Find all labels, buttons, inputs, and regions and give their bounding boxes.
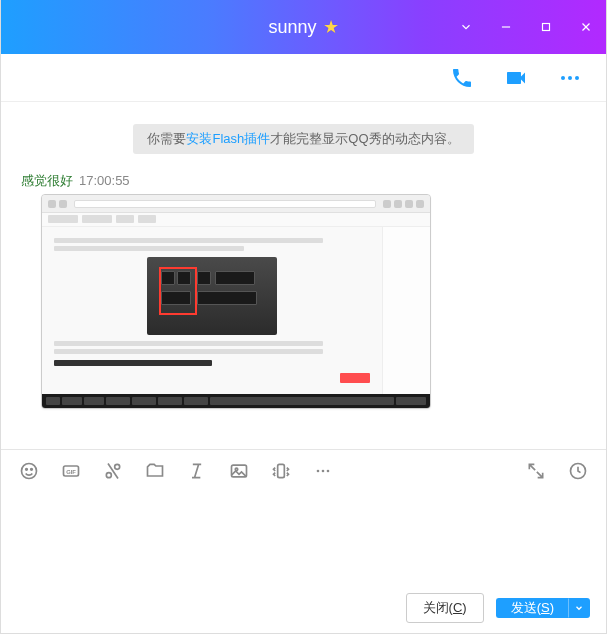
message-time: 17:00:55 [79, 173, 130, 188]
window-controls [446, 0, 606, 54]
shake-button[interactable] [271, 461, 291, 481]
close-chat-button[interactable]: 关闭(C) [406, 593, 484, 623]
svg-rect-14 [278, 464, 285, 477]
image-button[interactable] [229, 461, 249, 481]
history-button[interactable] [568, 461, 588, 481]
voice-call-button[interactable] [450, 66, 474, 90]
send-button[interactable]: 发送(S) [496, 598, 568, 618]
flash-notice-prefix: 你需要 [147, 131, 186, 146]
screenshot-body [42, 227, 430, 394]
contact-name: sunny [268, 17, 316, 38]
sender-name: 感觉很好 [21, 173, 73, 188]
input-toolbar: GIF [1, 449, 606, 491]
message-header: 感觉很好17:00:55 [21, 172, 586, 190]
gif-button[interactable]: GIF [61, 461, 81, 481]
svg-point-7 [22, 463, 37, 478]
message-input[interactable] [1, 491, 606, 583]
title-bar: sunny ★ [1, 0, 606, 54]
svg-point-17 [327, 469, 330, 472]
svg-point-15 [317, 469, 320, 472]
install-flash-link[interactable]: 安装Flash插件 [186, 131, 270, 146]
file-button[interactable] [145, 461, 165, 481]
action-bar [1, 54, 606, 102]
send-options-button[interactable] [568, 598, 590, 618]
chat-history: 你需要安装Flash插件才能完整显示QQ秀的动态内容。 感觉很好17:00:55 [1, 102, 606, 449]
send-button-label: 发送(S) [511, 599, 554, 617]
svg-point-6 [575, 76, 579, 80]
more-options-button[interactable] [558, 66, 582, 90]
screenshot-button[interactable] [103, 461, 123, 481]
svg-point-16 [322, 469, 325, 472]
font-style-button[interactable] [187, 461, 207, 481]
svg-point-8 [26, 468, 28, 470]
chat-title: sunny ★ [268, 16, 338, 38]
close-button-label: 关闭(C) [423, 599, 467, 617]
maximize-button[interactable] [526, 0, 566, 54]
more-tools-button[interactable] [313, 461, 333, 481]
screenshot-toolbar [42, 213, 430, 227]
svg-point-5 [568, 76, 572, 80]
svg-rect-1 [543, 24, 550, 31]
svg-point-4 [561, 76, 565, 80]
screenshot-keyboard-image [147, 257, 277, 335]
flash-notice-suffix: 才能完整显示QQ秀的动态内容。 [270, 131, 459, 146]
emoji-button[interactable] [19, 461, 39, 481]
send-button-group: 发送(S) [496, 598, 590, 618]
star-icon: ★ [323, 16, 339, 38]
fullscreen-button[interactable] [526, 461, 546, 481]
svg-text:GIF: GIF [66, 468, 76, 474]
screenshot-taskbar [42, 394, 430, 408]
flash-notice: 你需要安装Flash插件才能完整显示QQ秀的动态内容。 [133, 124, 473, 154]
svg-point-9 [31, 468, 33, 470]
screenshot-browser-chrome [42, 195, 430, 213]
close-button[interactable] [566, 0, 606, 54]
message-image-screenshot[interactable] [41, 194, 431, 409]
video-call-button[interactable] [504, 66, 528, 90]
minimize-button[interactable] [486, 0, 526, 54]
footer-buttons: 关闭(C) 发送(S) [1, 583, 606, 633]
dropdown-button[interactable] [446, 0, 486, 54]
